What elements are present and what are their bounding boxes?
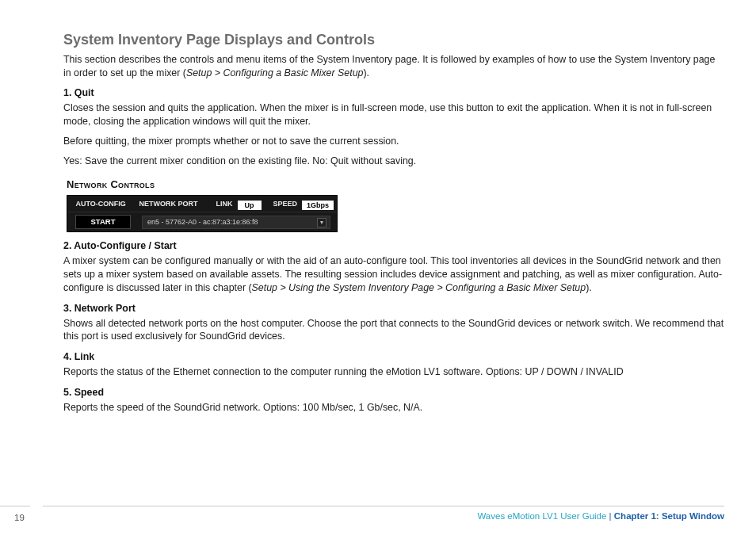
section-2-close: ). (586, 282, 592, 293)
link-value-wrap: Up (235, 197, 265, 211)
footer-left-rule (0, 506, 30, 506)
footer-text: Waves eMotion LV1 User Guide | Chapter 1… (0, 511, 724, 521)
network-controls-panel: AUTO-CONFIG NETWORK PORT LINK Up SPEED 1… (67, 195, 338, 232)
link-label: LINK (202, 200, 234, 208)
section-1-p2: Before quitting, the mixer prompts wheth… (63, 135, 724, 148)
network-value-row: START en5 - 57762-A0 - ac:87:a3:1e:86:f8… (67, 212, 337, 231)
document-page: System Inventory Page Displays and Contr… (0, 0, 756, 535)
intro-italic: Setup > Configuring a Basic Mixer Setup (186, 67, 364, 78)
section-2-head: 2. Auto-Configure / Start (63, 240, 724, 251)
footer-rule (43, 506, 724, 506)
speed-value-wrap: 1Gbps (299, 197, 337, 211)
speed-label: SPEED (265, 200, 299, 208)
start-button[interactable]: START (75, 215, 131, 229)
page-footer: 19 Waves eMotion LV1 User Guide | Chapte… (0, 506, 756, 521)
network-port-value: en5 - 57762-A0 - ac:87:a3:1e:86:f8 (147, 218, 258, 226)
section-3-p1: Shows all detected network ports on the … (63, 317, 724, 343)
network-header-row: AUTO-CONFIG NETWORK PORT LINK Up SPEED 1… (67, 196, 337, 212)
link-value-badge: Up (238, 201, 262, 210)
section-1-p1: Closes the session and quits the applica… (63, 101, 724, 128)
page-title: System Inventory Page Displays and Contr… (63, 32, 724, 48)
footer-chapter: Chapter 1: Setup Window (614, 511, 724, 521)
section-5-p1: Reports the speed of the SoundGrid netwo… (63, 401, 724, 415)
page-number: 19 (14, 513, 25, 522)
section-2-italic: Setup > Using the System Inventory Page … (252, 282, 586, 293)
intro-close: ). (363, 67, 369, 78)
section-2-p1: A mixer system can be configured manuall… (63, 254, 724, 294)
footer-brand: Waves eMotion LV1 User Guide (477, 511, 606, 521)
footer-sep: | (606, 511, 613, 521)
section-1-p3: Yes: Save the current mixer condition on… (63, 155, 724, 168)
section-4-head: 4. Link (63, 351, 724, 362)
section-5-head: 5. Speed (63, 387, 724, 398)
section-3-head: 3. Network Port (63, 303, 724, 314)
network-controls-head: Network Controls (67, 178, 724, 190)
section-4-p1: Reports the status of the Ethernet conne… (63, 365, 724, 379)
section-1-head: 1. Quit (63, 87, 724, 98)
auto-config-label: AUTO-CONFIG (67, 200, 134, 208)
speed-value-badge: 1Gbps (302, 201, 334, 210)
chevron-down-icon: ▾ (317, 218, 326, 227)
intro-paragraph: This section describes the controls and … (63, 53, 724, 79)
intro-text: This section describes the controls and … (63, 54, 715, 78)
network-port-dropdown[interactable]: en5 - 57762-A0 - ac:87:a3:1e:86:f8 ▾ (142, 216, 330, 229)
network-port-label: NETWORK PORT (134, 200, 202, 208)
